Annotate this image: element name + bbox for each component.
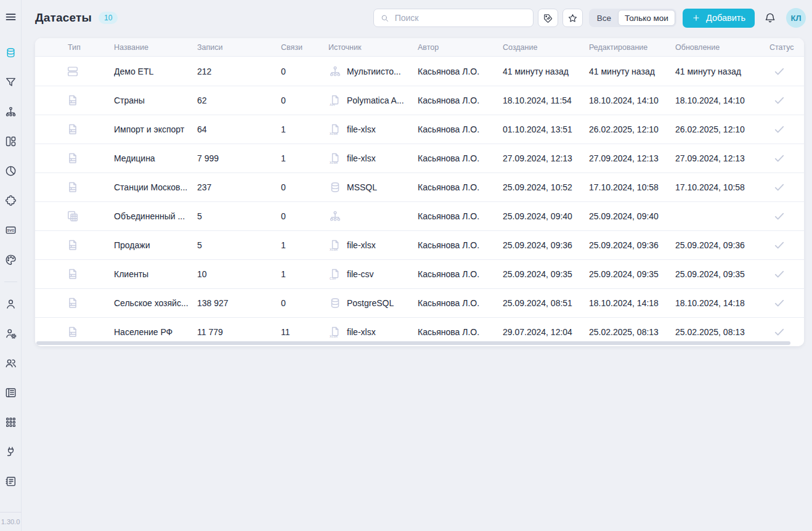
sidebar-item-modules[interactable] xyxy=(4,416,17,429)
table-row[interactable]: Медицина 7 999 1 XLSXfile-xlsx Касьянова… xyxy=(35,144,804,172)
sidebar-item-logs[interactable] xyxy=(4,475,17,488)
dataset-name: Сельское хозяйс... xyxy=(114,298,197,308)
column-header[interactable]: Записи xyxy=(197,43,281,52)
source-db-icon xyxy=(328,296,342,310)
source-name: Polymatica A... xyxy=(347,95,404,105)
column-header[interactable]: Связи xyxy=(281,43,328,52)
created-at: 25.09.2024, 08:51 xyxy=(503,298,589,308)
updated-at: 25.09.2024, 09:36 xyxy=(675,240,769,250)
table-row[interactable]: Клиенты 10 1 CSVfile-csv Касьянова Л.О. … xyxy=(35,259,804,288)
column-header[interactable]: Автор xyxy=(418,43,503,52)
table-row[interactable]: Демо ETL 212 0 Мультиисто... Касьянова Л… xyxy=(35,57,804,86)
sidebar-item-user-groups[interactable] xyxy=(4,357,17,370)
sidebar-item-user[interactable] xyxy=(4,298,17,310)
column-header[interactable]: Редактирование xyxy=(589,43,675,52)
user-avatar[interactable]: КЛ xyxy=(786,8,806,28)
created-at: 18.10.2024, 11:54 xyxy=(503,95,589,105)
column-header[interactable]: Тип xyxy=(35,43,114,52)
source-name: MSSQL xyxy=(347,182,377,192)
plus-icon xyxy=(692,14,700,22)
source-cell: Мультиисто... xyxy=(328,65,418,78)
source-xlsx-icon: XLSX xyxy=(328,152,342,165)
source-name: file-xlsx xyxy=(347,153,376,163)
author: Касьянова Л.О. xyxy=(418,211,503,221)
status-check-icon xyxy=(769,94,804,107)
author: Касьянова Л.О. xyxy=(418,240,503,250)
main-area: Датасеты 10 Все Только мои Добавить xyxy=(22,0,812,531)
sidebar-item-filters[interactable] xyxy=(4,76,17,89)
source-name: file-csv xyxy=(347,269,374,279)
svg-text:XLSX: XLSX xyxy=(330,132,338,136)
source-api-icon: API xyxy=(328,94,342,107)
table-row[interactable]: Импорт и экспорт 64 1 XLSXfile-xlsx Кась… xyxy=(35,115,804,144)
author: Касьянова Л.О. xyxy=(418,269,503,279)
links-count: 1 xyxy=(281,124,328,134)
sidebar-item-pie-chart[interactable] xyxy=(4,164,17,177)
app-root: SVG 1.30.0 Датасеты 10 Все Только мои xyxy=(0,0,812,531)
records-count: 10 xyxy=(197,269,281,279)
source-name: Мультиисто... xyxy=(347,67,401,76)
links-count: 0 xyxy=(281,95,328,105)
updated-at: 26.02.2025, 12:10 xyxy=(675,124,769,134)
sidebar: SVG 1.30.0 xyxy=(0,0,22,531)
dataset-name: Импорт и экспорт xyxy=(114,124,197,134)
sidebar-item-connections[interactable] xyxy=(4,445,17,458)
sidebar-item-user-settings[interactable] xyxy=(4,327,17,340)
author: Касьянова Л.О. xyxy=(418,153,503,163)
horizontal-scrollbar[interactable] xyxy=(36,341,790,345)
edited-at: 26.02.2025, 12:10 xyxy=(589,124,675,134)
datasets-table: ТипНазваниеЗаписиСвязиИсточникАвторСозда… xyxy=(35,38,804,346)
table-row[interactable]: Объединенный ... 5 0 Касьянова Л.О. 25.0… xyxy=(35,201,804,230)
filter-mine-button[interactable]: Только мои xyxy=(618,10,675,26)
column-header[interactable]: Создание xyxy=(503,43,589,52)
records-count: 11 779 xyxy=(197,327,281,337)
tags-filter-button[interactable] xyxy=(538,9,558,27)
filter-all-button[interactable]: Все xyxy=(590,10,618,26)
sidebar-item-journal[interactable] xyxy=(4,386,17,399)
source-name: PostgreSQL xyxy=(347,298,394,308)
status-check-icon xyxy=(769,325,804,339)
table-row[interactable]: Станции Москов... 237 0 MSSQL Касьянова … xyxy=(35,172,804,201)
search-box xyxy=(373,9,534,27)
source-db-icon xyxy=(328,180,342,194)
table-header-row: ТипНазваниеЗаписиСвязиИсточникАвторСозда… xyxy=(35,38,804,57)
source-xlsx-icon: XLSX xyxy=(328,238,342,252)
search-input[interactable] xyxy=(394,12,527,23)
column-header[interactable]: Название xyxy=(114,43,197,52)
type-table-icon xyxy=(35,325,114,339)
dataset-name: Медицина xyxy=(114,153,197,163)
sidebar-item-svg-editor[interactable]: SVG xyxy=(4,224,17,237)
edited-at: 25.09.2024, 09:35 xyxy=(589,269,675,279)
table-row[interactable]: Продажи 5 1 XLSXfile-xlsx Касьянова Л.О.… xyxy=(35,230,804,259)
edited-at: 25.09.2024, 09:40 xyxy=(589,211,675,221)
column-header[interactable]: Источник xyxy=(328,43,418,52)
favorites-filter-button[interactable] xyxy=(562,9,583,27)
sidebar-item-palette[interactable] xyxy=(4,253,17,266)
table-row[interactable]: Страны 62 0 APIPolymatica A... Касьянова… xyxy=(35,86,804,115)
created-at: 41 минуту назад xyxy=(503,67,589,76)
sidebar-item-datasets[interactable] xyxy=(4,46,17,59)
dataset-name: Страны xyxy=(114,95,197,105)
source-cell: CSVfile-csv xyxy=(328,267,418,281)
notifications-button[interactable] xyxy=(764,12,776,24)
dataset-name: Клиенты xyxy=(114,269,197,279)
status-check-icon xyxy=(769,267,804,281)
type-union-icon xyxy=(35,209,114,223)
updated-at: 41 минуту назад xyxy=(675,67,769,76)
sidebar-nav-main: SVG xyxy=(4,46,17,266)
sidebar-item-dashboards[interactable] xyxy=(4,135,17,148)
sidebar-item-etl[interactable] xyxy=(4,105,17,118)
menu-toggle-button[interactable] xyxy=(4,10,17,23)
source-cell: XLSXfile-xlsx xyxy=(328,152,418,165)
add-button[interactable]: Добавить xyxy=(683,9,755,28)
dataset-name: Продажи xyxy=(114,240,197,250)
svg-text:API: API xyxy=(330,103,335,107)
sidebar-nav-admin xyxy=(4,298,17,488)
column-header[interactable]: Статус xyxy=(769,43,804,52)
source-cell: XLSXfile-xlsx xyxy=(328,238,418,252)
column-header[interactable]: Обновление xyxy=(675,43,769,52)
table-row[interactable]: Сельское хозяйс... 138 927 0 PostgreSQL … xyxy=(35,288,804,317)
edited-at: 25.09.2024, 09:36 xyxy=(589,240,675,250)
sidebar-item-plugins[interactable] xyxy=(4,194,17,207)
type-table-icon xyxy=(35,152,114,165)
